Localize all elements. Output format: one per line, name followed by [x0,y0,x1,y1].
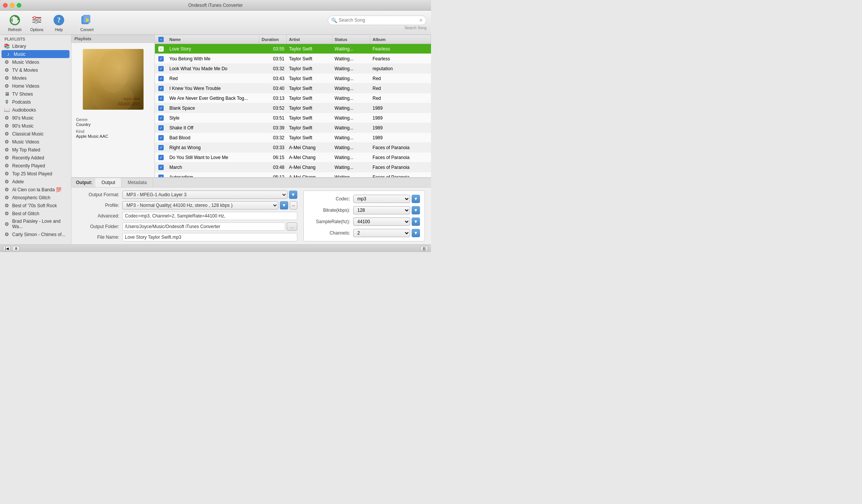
table-row[interactable]: ✓ March 03:48 A-Mei Chang Waiting... Fac… [155,162,431,172]
checkbox-3[interactable]: ✓ [158,76,164,81]
folder-input[interactable] [122,222,285,231]
table-row[interactable]: ✓ Shake It Off 03:39 Taylor Swift Waitin… [155,123,431,133]
bottom-btn-left[interactable]: |◀ [3,246,11,251]
table-row[interactable]: ✓ Love Story 03:55 Taylor Swift Waiting.… [155,44,431,54]
td-check-3[interactable]: ✓ [155,76,167,81]
format-dropdown-btn[interactable]: ▼ [289,191,297,199]
sidebar-item-library[interactable]: 📚 Library [0,42,71,50]
checkbox-4[interactable]: ✓ [158,86,164,91]
td-check-13[interactable]: ✓ [155,175,167,178]
checkbox-13[interactable]: ✓ [158,175,164,178]
codec-dropdown-btn[interactable]: ▼ [412,195,420,203]
table-row[interactable]: ✓ Do You Still Want to Love Me 06:15 A-M… [155,153,431,162]
td-check-12[interactable]: ✓ [155,165,167,170]
sidebar-item-best-glitch[interactable]: ⚙ Best of Glitch [0,209,71,217]
sidebar-item-tv-shows[interactable]: 🖥 TV Shows [0,90,71,98]
sidebar-item-brad-paisley[interactable]: ⚙ Brad Paisley - Love and Wa... [0,217,71,230]
td-check-4[interactable]: ✓ [155,86,167,91]
th-artist[interactable]: Artist [287,35,332,44]
td-check-2[interactable]: ✓ [155,66,167,71]
sidebar-item-atmospheric[interactable]: ⚙ Atmospheric Glitch [0,194,71,202]
options-button[interactable]: Options [27,12,47,33]
sidebar-item-top25[interactable]: ⚙ Top 25 Most Played [0,170,71,178]
sidebar-item-classical[interactable]: ⚙ Classical Music [0,130,71,138]
table-row[interactable]: ✓ I Knew You Were Trouble 03:40 Taylor S… [155,83,431,93]
sidebar-item-audiobooks[interactable]: 📖 Audiobooks [0,106,71,114]
td-check-6[interactable]: ✓ [155,106,167,111]
sidebar-item-90s-music2[interactable]: ⚙ 90's Music [0,122,71,130]
sidebar-item-podcasts[interactable]: 🎙 Podcasts [0,98,71,106]
sidebar-item-movies[interactable]: ⚙ Movies [0,74,71,82]
close-button[interactable] [3,3,8,8]
table-row[interactable]: ✓ We Are Never Ever Getting Back Tog... … [155,93,431,103]
samplerate-dropdown-btn[interactable]: ▼ [412,217,420,226]
channels-dropdown-btn[interactable]: ▼ [412,229,420,237]
th-check-all[interactable]: – [155,37,167,42]
sidebar-item-al-cien[interactable]: ⚙ Al Cien con la Banda 💯 [0,186,71,194]
profile-select[interactable]: MP3 - Normal Quality( 44100 Hz, stereo ,… [122,201,278,209]
table-row[interactable]: ✓ You Belong With Me 03:51 Taylor Swift … [155,54,431,64]
samplerate-select[interactable]: 44100 [353,217,410,226]
td-check-8[interactable]: ✓ [155,125,167,131]
minimize-button[interactable] [10,3,14,8]
sidebar-item-top-rated[interactable]: ⚙ My Top Rated [0,146,71,154]
bottom-btn-right[interactable]: ||| [420,246,428,251]
th-name[interactable]: Name [167,35,259,44]
maximize-button[interactable] [17,3,21,8]
tab-metadata[interactable]: Metadata [122,178,153,187]
profile-dropdown-btn[interactable]: ▼ [280,201,288,209]
table-row[interactable]: ✓ Bad Blood 03:32 Taylor Swift Waiting..… [155,133,431,143]
sidebar-item-90s-music[interactable]: ⚙ 90's Music [0,114,71,122]
td-check-9[interactable]: ✓ [155,135,167,140]
checkbox-2[interactable]: ✓ [158,66,164,71]
th-duration[interactable]: Duration [259,35,287,44]
checkbox-8[interactable]: ✓ [158,125,164,131]
table-row[interactable]: ✓ Red 03:43 Taylor Swift Waiting... Red [155,74,431,83]
td-check-5[interactable]: ✓ [155,96,167,101]
td-check-0[interactable]: ✓ [155,46,167,52]
codec-select[interactable]: mp3 [353,195,410,203]
profile-minus-btn[interactable]: – [290,201,297,209]
td-check-10[interactable]: ✓ [155,145,167,150]
sidebar-item-music[interactable]: ♪ Music [2,50,69,58]
checkbox-9[interactable]: ✓ [158,135,164,140]
td-check-1[interactable]: ✓ [155,56,167,61]
checkbox-1[interactable]: ✓ [158,56,164,61]
table-row[interactable]: ✓ Autosadism 05:12 A-Mei Chang Waiting..… [155,172,431,177]
checkbox-12[interactable]: ✓ [158,165,164,170]
sidebar-item-adele[interactable]: ⚙ Adele [0,178,71,186]
help-button[interactable]: ? Help [49,12,69,33]
th-album[interactable]: Album [370,35,431,44]
sidebar-item-recently-added[interactable]: ⚙ Recently Added [0,154,71,162]
checkbox-6[interactable]: ✓ [158,106,164,111]
th-status[interactable]: Status [332,35,370,44]
search-input[interactable] [339,17,417,23]
bottom-btn-pause[interactable]: ⏸ [12,246,20,251]
advanced-input[interactable] [122,212,297,220]
sidebar-item-best-70s[interactable]: ⚙ Best of '70s Soft Rock [0,202,71,209]
td-check-11[interactable]: ✓ [155,155,167,160]
sidebar-item-music-videos[interactable]: ⚙ Music Videos [0,58,71,66]
format-select[interactable]: MP3 - MPEG-1 Audio Layer 3 [122,191,287,199]
td-check-7[interactable]: ✓ [155,115,167,121]
filename-input[interactable] [122,233,297,241]
table-row[interactable]: ✓ Blank Space 03:52 Taylor Swift Waiting… [155,103,431,113]
convert-button[interactable]: Convert [77,12,97,33]
tab-output[interactable]: Output [95,178,122,187]
checkbox-0[interactable]: ✓ [158,46,164,52]
checkbox-7[interactable]: ✓ [158,115,164,121]
checkbox-10[interactable]: ✓ [158,145,164,150]
search-box[interactable]: 🔍 ✕ [328,16,426,25]
bitrate-select[interactable]: 128 [353,206,410,214]
check-all-box[interactable]: – [158,37,164,42]
table-row[interactable]: ✓ Right as Wrong 03:33 A-Mei Chang Waiti… [155,143,431,153]
sidebar-item-recently-played[interactable]: ⚙ Recently Played [0,162,71,170]
checkbox-11[interactable]: ✓ [158,155,164,160]
sidebar-item-home-videos[interactable]: ⚙ Home Videos [0,82,71,90]
channels-select[interactable]: 2 [353,229,410,237]
sidebar-item-tv-movies[interactable]: ⚙ TV & Movies [0,66,71,74]
refresh-button[interactable]: Refresh [5,12,25,33]
table-row[interactable]: ✓ Look What You Made Me Do 03:32 Taylor … [155,64,431,74]
sidebar-item-music-videos2[interactable]: ⚙ Music Videos [0,138,71,146]
bitrate-dropdown-btn[interactable]: ▼ [412,206,420,214]
